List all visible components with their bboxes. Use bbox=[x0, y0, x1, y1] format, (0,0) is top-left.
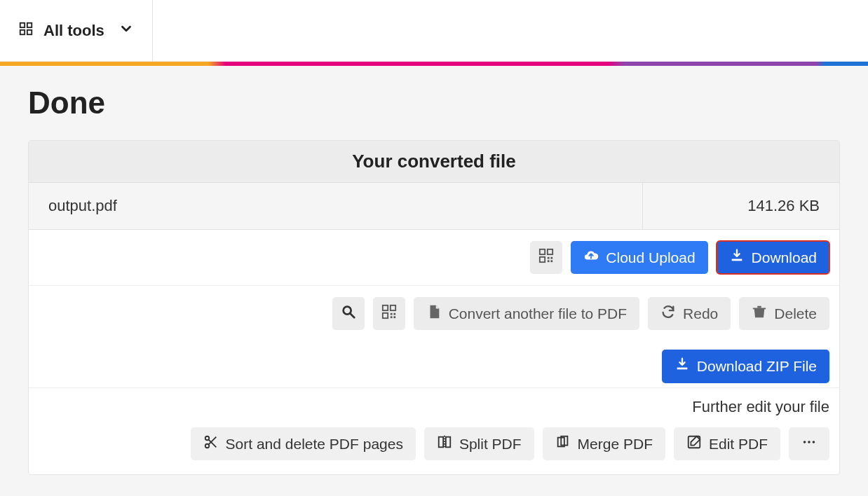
merge-pdf-button[interactable]: Merge PDF bbox=[543, 427, 665, 460]
convert-another-button[interactable]: Convert another file to PDF bbox=[414, 297, 639, 330]
download-zip-button[interactable]: Download ZIP File bbox=[662, 350, 829, 383]
all-tools-toggle[interactable]: All tools bbox=[0, 0, 152, 61]
result-panel: Your converted file output.pdf 141.26 KB… bbox=[28, 140, 840, 475]
svg-rect-13 bbox=[382, 305, 387, 310]
panel-title: Your converted file bbox=[29, 141, 839, 183]
svg-rect-10 bbox=[551, 260, 553, 262]
file-name: output.pdf bbox=[29, 183, 643, 229]
convert-another-label: Convert another file to PDF bbox=[449, 305, 627, 322]
merge-icon bbox=[555, 434, 571, 453]
grid-icon bbox=[18, 21, 34, 41]
download-zip-label: Download ZIP File bbox=[697, 357, 817, 375]
svg-rect-9 bbox=[548, 260, 550, 262]
chevron-down-icon bbox=[118, 21, 134, 41]
zip-row: Download ZIP File bbox=[29, 341, 839, 383]
file-icon bbox=[426, 304, 442, 323]
qr-code-icon bbox=[538, 248, 554, 267]
search-icon bbox=[341, 304, 356, 323]
svg-rect-8 bbox=[551, 257, 553, 259]
vertical-divider bbox=[152, 0, 153, 61]
secondary-actions: Convert another file to PDF Redo Delete bbox=[29, 286, 839, 341]
svg-rect-2 bbox=[20, 29, 25, 34]
edit-icon bbox=[686, 434, 702, 453]
svg-rect-16 bbox=[390, 313, 392, 315]
split-pdf-button[interactable]: Split PDF bbox=[424, 427, 534, 460]
download-label: Download bbox=[752, 249, 817, 266]
trash-icon bbox=[752, 304, 767, 323]
more-actions-button[interactable] bbox=[789, 427, 829, 460]
all-tools-label: All tools bbox=[43, 22, 104, 40]
svg-rect-3 bbox=[27, 29, 32, 34]
svg-rect-18 bbox=[390, 317, 392, 319]
redo-icon bbox=[660, 304, 676, 323]
svg-rect-6 bbox=[540, 257, 545, 262]
cloud-upload-button[interactable]: Cloud Upload bbox=[571, 241, 707, 274]
redo-label: Redo bbox=[683, 305, 718, 322]
download-icon bbox=[674, 357, 690, 376]
svg-rect-7 bbox=[548, 257, 550, 259]
file-size: 141.26 KB bbox=[643, 183, 839, 229]
svg-rect-19 bbox=[393, 317, 395, 319]
search-button[interactable] bbox=[332, 297, 365, 330]
split-icon bbox=[437, 434, 452, 453]
svg-line-12 bbox=[350, 314, 354, 318]
download-button[interactable]: Download bbox=[717, 241, 829, 274]
svg-rect-4 bbox=[540, 249, 545, 254]
edit-pdf-button[interactable]: Edit PDF bbox=[674, 427, 780, 460]
cloud-upload-label: Cloud Upload bbox=[606, 249, 695, 266]
sort-delete-label: Sort and delete PDF pages bbox=[226, 435, 403, 453]
top-bar: All tools bbox=[0, 0, 868, 62]
svg-point-22 bbox=[205, 443, 209, 448]
svg-rect-14 bbox=[390, 305, 395, 310]
svg-rect-15 bbox=[382, 313, 387, 318]
qr-code-icon bbox=[381, 304, 397, 323]
qr-code-button-2[interactable] bbox=[373, 297, 405, 330]
svg-point-21 bbox=[205, 436, 209, 440]
svg-rect-1 bbox=[27, 22, 32, 27]
sort-delete-pages-button[interactable]: Sort and delete PDF pages bbox=[191, 427, 416, 460]
further-edit-label: Further edit your file bbox=[29, 388, 839, 416]
edit-pdf-label: Edit PDF bbox=[709, 435, 768, 453]
redo-button[interactable]: Redo bbox=[648, 297, 731, 330]
download-icon bbox=[729, 248, 745, 267]
split-label: Split PDF bbox=[459, 435, 522, 453]
delete-label: Delete bbox=[774, 305, 817, 322]
svg-point-32 bbox=[808, 441, 811, 443]
merge-label: Merge PDF bbox=[578, 435, 653, 453]
page-body: Done Your converted file output.pdf 141.… bbox=[0, 66, 868, 496]
svg-rect-5 bbox=[548, 249, 552, 254]
delete-button[interactable]: Delete bbox=[739, 297, 829, 330]
qr-code-button[interactable] bbox=[530, 241, 562, 274]
svg-rect-26 bbox=[446, 436, 450, 447]
primary-actions: Cloud Upload Download bbox=[29, 230, 839, 286]
more-horizontal-icon bbox=[801, 434, 817, 453]
scissors-icon bbox=[203, 434, 219, 453]
svg-rect-17 bbox=[393, 313, 395, 315]
file-row: output.pdf 141.26 KB bbox=[29, 183, 839, 230]
cloud-upload-icon bbox=[583, 248, 599, 267]
svg-point-33 bbox=[813, 441, 815, 443]
svg-point-31 bbox=[803, 441, 806, 443]
edit-actions: Sort and delete PDF pages Split PDF Merg… bbox=[29, 416, 839, 474]
svg-rect-25 bbox=[439, 436, 443, 447]
svg-rect-0 bbox=[20, 22, 25, 27]
svg-rect-20 bbox=[753, 308, 766, 310]
page-title: Done bbox=[28, 85, 840, 120]
